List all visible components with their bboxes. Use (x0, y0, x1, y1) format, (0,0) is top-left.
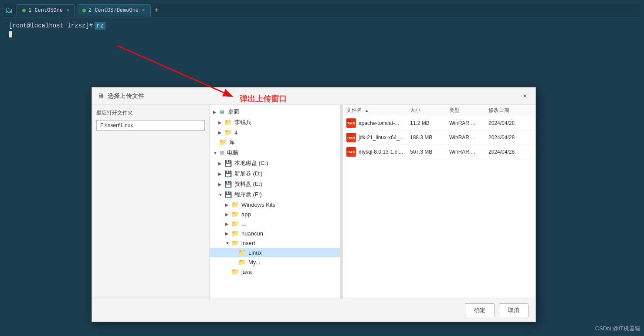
tree-label-ellipsis: ... (241, 221, 246, 227)
confirm-button[interactable]: 确定 (465, 303, 495, 317)
tab-bar: 🗂 1 CentOSOne × 2 CentOS7DemoOne × + (3, 3, 641, 17)
tree-item-insert[interactable]: ▼ 📁 insert (210, 238, 340, 248)
tree-item-huancun[interactable]: ▶ 📁 huancun (210, 228, 340, 238)
tab-2-close[interactable]: × (142, 8, 145, 13)
dialog-footer: 确定 取消 (92, 299, 536, 322)
add-tab-button[interactable]: + (154, 6, 159, 15)
csdn-watermark: CSDN @IT机器猫 (595, 325, 641, 333)
folder-icon-my: 📁 (238, 259, 246, 265)
tab-1-close[interactable]: × (66, 8, 69, 13)
chevron-icon: ▶ (218, 182, 224, 187)
file-name-jdk: jdk-21_linux-x64_... (359, 134, 410, 141)
tree-label-my: My... (248, 259, 260, 265)
dialog-body: 最近打开文件夹 ▶ 🖥 桌面 ▶ 📁 李锐兵 ▶ 📁 4 (92, 105, 536, 299)
file-icon-jdk: RAR (346, 133, 356, 142)
tree-item-4[interactable]: ▶ 📁 4 (210, 128, 340, 137)
terminal-prompt-line: [root@localhost lrzsz]# rz (9, 22, 635, 30)
tree-item-drive-d[interactable]: ▶ 💾 新加卷 (D:) (210, 168, 340, 179)
tab-dot-1 (22, 9, 26, 12)
tab-2-label: 2 CentOS7DemoOne (88, 7, 139, 13)
path-input[interactable] (96, 120, 205, 131)
dialog-close-button[interactable]: × (520, 91, 530, 101)
tree-item-java[interactable]: 📁 java (210, 267, 340, 276)
scroll-divider (340, 105, 343, 299)
folder-icon-insert: 📁 (231, 239, 239, 246)
drive-icon-f: 💾 (224, 191, 232, 198)
chevron-icon: ▼ (218, 192, 224, 197)
chevron-icon: ▼ (213, 151, 219, 155)
tree-item-liruibing[interactable]: ▶ 📁 李锐兵 (210, 117, 340, 128)
tree-label-drive-f: 程序盘 (F:) (234, 191, 262, 198)
chevron-icon (225, 269, 231, 274)
tree-item-my[interactable]: 📁 My... (210, 257, 340, 267)
chevron-icon: ▶ (218, 171, 224, 176)
tree-item-drive-c[interactable]: ▶ 💾 本地磁盘 (C:) (210, 158, 340, 168)
file-row-jdk[interactable]: RAR jdk-21_linux-x64_... 188.3 MB WinRAR… (343, 131, 536, 145)
col-header-type[interactable]: 类型 (449, 107, 488, 114)
file-name-mysql: mysql-8.0.13-1.el... (359, 149, 410, 155)
col-header-name[interactable]: 文件名 ▲ (346, 107, 410, 114)
dialog-title-icon: 🖥 (97, 92, 104, 100)
chevron-icon: ▶ (218, 120, 224, 125)
file-type-jdk: WinRAR ... (449, 134, 488, 141)
folder-icon-liruibing: 📁 (224, 119, 232, 126)
tree-label-drive-c: 本地磁盘 (C:) (234, 159, 268, 167)
file-size-tomcat: 11.2 MB (410, 120, 449, 126)
tab-2[interactable]: 2 CentOS7DemoOne × (77, 4, 151, 17)
folder-icon-library: 📁 (219, 139, 227, 146)
folder-icon-ellipsis: 📁 (231, 220, 239, 227)
folder-tree-panel[interactable]: ▶ 🖥 桌面 ▶ 📁 李锐兵 ▶ 📁 4 📁 库 (210, 105, 340, 299)
file-modified-tomcat: 2024/04/28 (488, 120, 532, 126)
tree-label-4: 4 (234, 129, 237, 136)
chevron-icon (232, 260, 238, 265)
drive-icon-e: 💾 (224, 181, 232, 188)
dialog-title: 选择上传文件 (108, 92, 520, 100)
drive-icon-c: 💾 (224, 160, 232, 167)
tree-item-linux[interactable]: 📁 Linux (210, 248, 340, 257)
tree-label-library: 库 (229, 138, 235, 146)
tree-label-java: java (241, 269, 252, 275)
tree-item-ellipsis[interactable]: ▶ 📁 ... (210, 219, 340, 228)
tree-label-desktop: 桌面 (228, 108, 239, 116)
tree-item-library[interactable]: 📁 库 (210, 137, 340, 148)
tree-item-drive-f[interactable]: ▼ 💾 程序盘 (F:) (210, 189, 340, 200)
file-modified-jdk: 2024/04/28 (488, 134, 532, 141)
chevron-icon: ▶ (213, 110, 219, 114)
col-header-modified[interactable]: 修改日期 (488, 107, 532, 114)
folder-icon-linux: 📁 (238, 249, 246, 256)
file-type-tomcat: WinRAR ... (449, 120, 488, 126)
sort-arrow-name: ▲ (365, 108, 369, 113)
tree-item-app[interactable]: ▶ 📁 app (210, 209, 340, 219)
tab-1[interactable]: 1 CentOSOne × (17, 4, 75, 17)
folder-icon-java: 📁 (231, 268, 239, 275)
tree-item-computer[interactable]: ▼ 🖥 电脑 (210, 148, 340, 158)
chevron-icon: ▶ (225, 231, 231, 236)
file-icon-mysql: RAR (346, 147, 356, 157)
folder-icon[interactable]: 🗂 (5, 6, 13, 15)
file-modified-mysql: 2024/04/28 (488, 149, 532, 155)
file-row-tomcat[interactable]: RAR apache-tomcat-... 11.2 MB WinRAR ...… (343, 116, 536, 131)
folder-icon-app: 📁 (231, 211, 239, 218)
tree-label-app: app (241, 211, 251, 218)
tab-dot-2 (82, 9, 86, 12)
file-icon-tomcat: RAR (346, 118, 356, 128)
tree-label-huancun: huancun (241, 230, 263, 237)
prompt-text: [root@localhost lrzsz]# (9, 22, 93, 29)
cancel-button[interactable]: 取消 (499, 303, 529, 317)
file-size-mysql: 507.3 MB (410, 149, 449, 155)
tree-label-liruibing: 李锐兵 (234, 118, 251, 126)
tree-item-desktop[interactable]: ▶ 🖥 桌面 (210, 107, 340, 117)
tree-label-windows-kits: Windows Kits (241, 202, 275, 208)
chevron-icon: ▶ (225, 202, 231, 207)
tree-item-windows-kits[interactable]: ▶ 📁 Windows Kits (210, 200, 340, 209)
folder-icon-windows-kits: 📁 (231, 201, 239, 208)
col-header-size[interactable]: 大小 (410, 107, 449, 114)
tree-label-insert: insert (241, 240, 255, 246)
tree-label-drive-d: 新加卷 (D:) (234, 170, 262, 178)
file-name-tomcat: apache-tomcat-... (359, 120, 410, 126)
chevron-icon: ▶ (225, 212, 231, 217)
file-row-mysql[interactable]: RAR mysql-8.0.13-1.el... 507.3 MB WinRAR… (343, 145, 536, 159)
tree-item-drive-e[interactable]: ▶ 💾 资料盘 (E:) (210, 179, 340, 189)
tree-label-drive-e: 资料盘 (E:) (234, 180, 262, 188)
upload-file-dialog: 🖥 选择上传文件 × 最近打开文件夹 ▶ 🖥 桌面 ▶ 📁 李锐兵 (92, 87, 536, 322)
